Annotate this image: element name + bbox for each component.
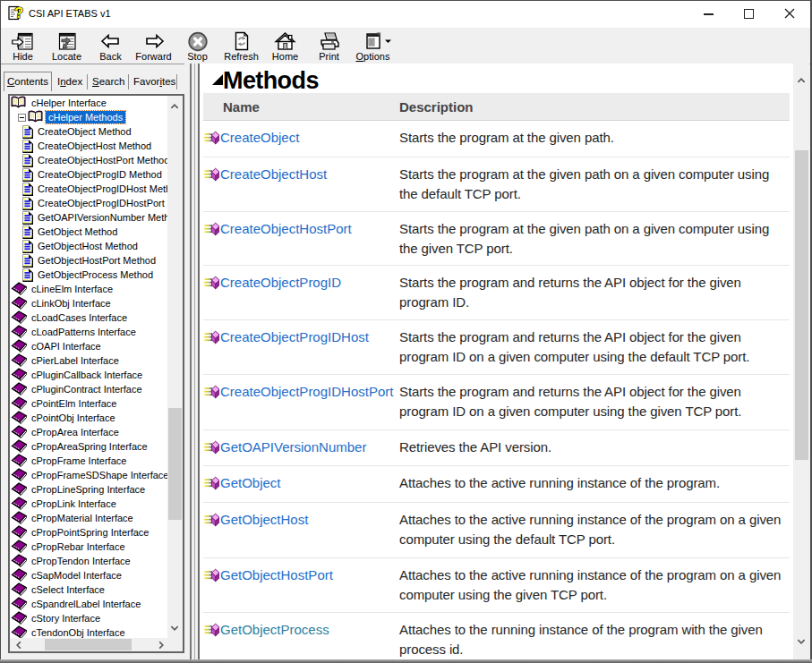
svg-text:?: ?: [14, 4, 23, 21]
